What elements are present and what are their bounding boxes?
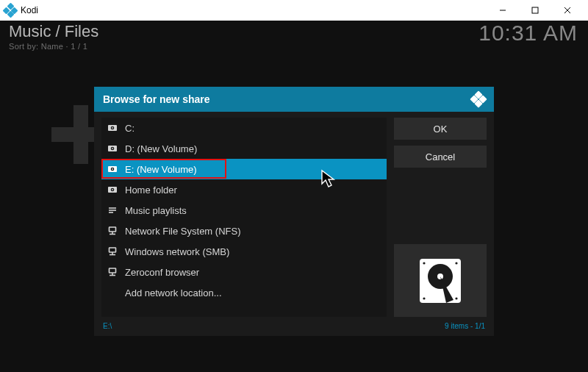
kodi-logo-icon [472, 93, 485, 106]
network-icon [107, 267, 118, 277]
list-item-label: Windows network (SMB) [125, 246, 229, 257]
list-item[interactable]: Music playlists [101, 200, 387, 221]
clock: 10:31 AM [478, 21, 578, 46]
list-item-label: Add network location... [125, 287, 222, 298]
svg-point-32 [455, 262, 457, 264]
window-minimize-button[interactable] [487, 2, 519, 18]
window-titlebar: Kodi [0, 0, 588, 21]
ok-button[interactable]: OK [394, 118, 487, 140]
svg-point-33 [423, 297, 425, 299]
svg-point-34 [455, 297, 457, 299]
header: Music / Files Sort by: Name · 1 / 1 [9, 22, 98, 51]
dialog-title: Browse for new share [103, 93, 210, 105]
harddrive-icon [414, 254, 467, 307]
network-icon [107, 246, 118, 257]
network-icon [107, 226, 118, 236]
svg-rect-25 [110, 268, 116, 273]
dialog-side-panel: OK Cancel [394, 118, 487, 317]
window-close-button[interactable] [551, 2, 584, 18]
list-item[interactable]: D: (New Volume) [101, 138, 387, 159]
list-item-label: Zeroconf browser [125, 267, 199, 278]
list-item[interactable]: Add network location... [101, 282, 387, 303]
list-item-label: C: [125, 123, 135, 134]
browse-dialog: Browse for new share C:D: (New Volume)E:… [94, 87, 494, 336]
list-item[interactable]: Home folder [101, 179, 387, 200]
svg-point-15 [112, 189, 113, 190]
dialog-titlebar: Browse for new share [94, 87, 494, 112]
source-list[interactable]: C:D: (New Volume)E: (New Volume)Home fol… [101, 118, 387, 317]
playlist-icon [107, 205, 118, 215]
list-item-label: Network File System (NFS) [125, 226, 240, 237]
footer-current-path: E:\ [103, 322, 112, 330]
window-title: Kodi [21, 5, 38, 15]
list-item[interactable]: Zeroconf browser [101, 262, 387, 282]
list-item[interactable]: Windows network (SMB) [101, 241, 387, 262]
kodi-app-icon [4, 4, 16, 16]
svg-rect-1 [532, 7, 538, 13]
drive-icon [107, 185, 118, 195]
svg-rect-19 [110, 227, 116, 232]
list-item[interactable]: Network File System (NFS) [101, 221, 387, 241]
svg-point-9 [112, 148, 113, 149]
footer-item-count: 9 items - 1/1 [445, 322, 485, 330]
svg-rect-22 [110, 248, 116, 252]
drive-thumbnail [394, 244, 487, 317]
none-icon [107, 287, 118, 298]
breadcrumb: Music / Files [9, 22, 98, 41]
dialog-footer: E:\ 9 items - 1/1 [94, 321, 494, 336]
list-item-label: Music playlists [125, 205, 187, 216]
sort-status: Sort by: Name · 1 / 1 [9, 42, 98, 51]
drive-icon [107, 143, 118, 154]
svg-point-6 [112, 127, 113, 129]
svg-point-12 [112, 168, 113, 170]
list-item[interactable]: E: (New Volume) [101, 159, 387, 179]
svg-point-31 [423, 262, 425, 264]
cancel-button[interactable]: Cancel [394, 146, 487, 168]
list-item[interactable]: C: [101, 118, 387, 138]
list-item-label: E: (New Volume) [125, 164, 197, 175]
list-item-label: Home folder [125, 185, 177, 196]
list-item-label: D: (New Volume) [125, 143, 197, 154]
kodi-app-surface: Music / Files Sort by: Name · 1 / 1 10:3… [0, 21, 588, 372]
drive-icon [107, 123, 118, 133]
window-maximize-button[interactable] [519, 2, 551, 18]
drive-icon [107, 164, 118, 174]
